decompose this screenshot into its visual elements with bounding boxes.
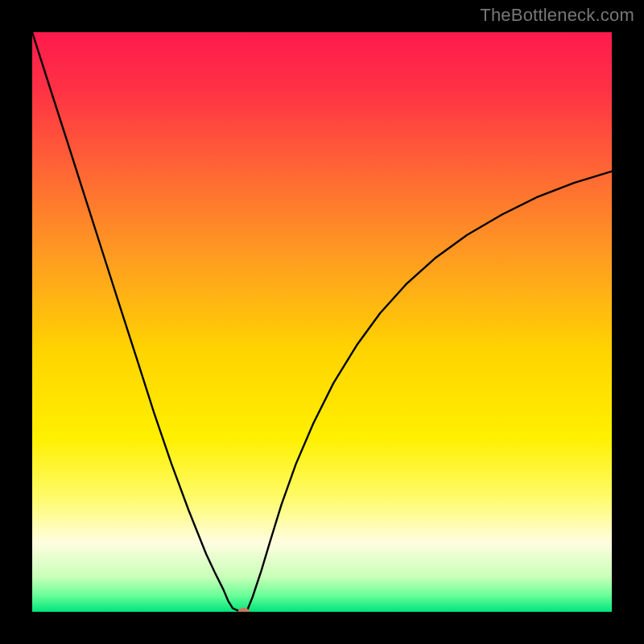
gradient-background (32, 32, 612, 612)
bottleneck-chart (32, 32, 612, 612)
chart-frame: TheBottleneck.com (0, 0, 644, 644)
watermark-text: TheBottleneck.com (480, 5, 634, 26)
